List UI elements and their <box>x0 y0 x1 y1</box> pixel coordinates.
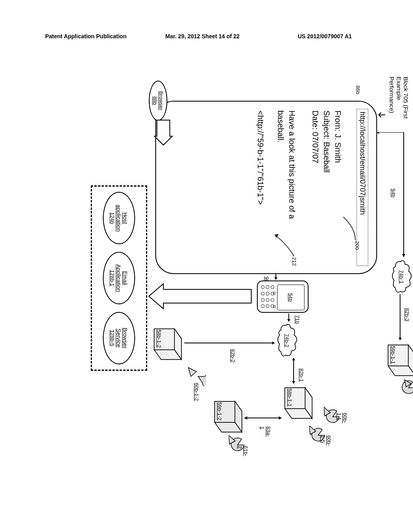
leader-94b <box>374 132 406 261</box>
services-box: Host application 124b Email Application … <box>91 185 147 371</box>
cloud-1-label: 74b-1 <box>391 260 413 294</box>
arrow-82b3 <box>397 294 403 343</box>
email-body-1: Have a look at this picture of a <box>287 110 297 219</box>
cube-mid-label: 58b-1-1 <box>287 389 293 407</box>
arrow-83a1 <box>243 415 282 421</box>
header-left: Patent Application Publication <box>45 33 127 39</box>
cube-right-label: 59b-1-2 <box>217 402 223 420</box>
email-subject: Subject: Baseball <box>321 110 332 173</box>
ref-200: 200 <box>354 241 360 250</box>
ref-60b-1-2: 60b-1-2 <box>194 383 200 401</box>
cube-bot: 58b-1-2 <box>152 326 184 362</box>
block-label-l3: Performance) <box>388 77 395 118</box>
block-label: Block 705 (First Example Performance) <box>388 77 409 118</box>
email-application-t1: Email <box>122 271 129 285</box>
host-application-t1: Host <box>122 212 129 224</box>
email-date: Date: 07/07/07 <box>310 110 321 163</box>
figure-area: Fig. 14 Block 705 (First Example Perform… <box>0 101 405 419</box>
phone-keypad <box>261 285 274 310</box>
cube-top: 59b-1-1 <box>386 343 413 378</box>
ref-94b: 94b <box>390 189 396 197</box>
ref-71b: 71b <box>294 315 300 324</box>
page-header: Patent Application Publication Mar. 29, … <box>0 33 413 39</box>
ref-82b-2: 82b-2 <box>230 349 236 362</box>
ref-86b: 86b <box>355 85 361 94</box>
cube-mid: 58b-1-1 <box>283 385 314 421</box>
ref-212: 212 <box>291 257 297 266</box>
cube-top-label: 59b-1-1 <box>390 346 396 364</box>
ref-82b-3: 82b-3 <box>404 308 410 321</box>
email-link[interactable]: <http://"59-b-1-1"/"61b-1"> <box>255 110 266 205</box>
browser-oval-ref: 88b <box>152 96 158 105</box>
cloud-2: 74b-2 <box>276 323 298 358</box>
cloud-1: 74b-1 <box>391 260 413 294</box>
arrow-82b1 <box>291 358 296 386</box>
ref-60b-1-5: 60b-1-5 <box>320 435 332 446</box>
ref-82b-1: 82b-1 <box>298 368 305 382</box>
phone-screen: 54b <box>277 285 305 310</box>
browser-oval-title: Browser <box>158 91 164 110</box>
email-application-ref: 128b-1 <box>110 270 116 286</box>
browser-service-t2: Service <box>116 328 122 347</box>
browser-service-t1: Browser <box>122 328 129 348</box>
email-application-oval: Email Application 128b-1 <box>103 252 135 304</box>
block-label-l1: Block 705 (First <box>403 77 409 118</box>
browser-service-oval: Browser Service 128b-5 <box>103 312 135 364</box>
cube-right: 59b-1-2 <box>213 399 244 434</box>
ref-83a-1: 83a-1 <box>259 426 271 437</box>
email-application-t2: Application <box>116 264 122 292</box>
host-application-oval: Host application 124b <box>103 192 135 244</box>
arrow-82b2 <box>182 340 275 346</box>
phone-icon: 54b <box>257 281 309 313</box>
header-right: US 2012/0079007 A1 <box>298 33 352 39</box>
cube-bot-label: 58b-1-2 <box>156 330 162 348</box>
browser-service-ref: 128b-5 <box>110 330 116 346</box>
block-label-l2: Example <box>396 77 403 118</box>
email-from: From: J. Smith <box>333 110 343 163</box>
bubble-arrow-browser <box>150 119 173 148</box>
device-screen: http://localhost/email/0707jsmith From: … <box>155 101 377 274</box>
ref-61b-2: 61b-2 <box>237 446 249 456</box>
email-body-2: baseball. <box>275 110 286 143</box>
host-application-t2: application <box>116 205 122 232</box>
host-application-ref: 124b <box>110 212 116 224</box>
arrow-71b <box>286 314 292 324</box>
header-center: Mar. 29, 2012 Sheet 14 of 22 <box>165 33 240 39</box>
ref-60b-1-1: 60b-1-1 <box>336 413 348 423</box>
bubble-arrow-phone <box>147 282 252 310</box>
pacman-61b-1 <box>400 378 413 397</box>
browser-oval: Browser 88b <box>149 81 167 121</box>
cloud-2-label: 74b-2 <box>276 323 298 358</box>
